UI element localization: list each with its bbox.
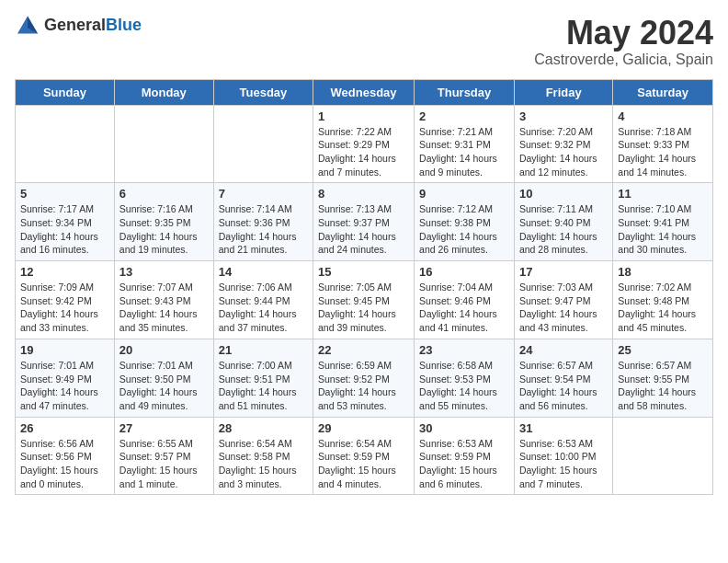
calendar-week-2: 5Sunrise: 7:17 AM Sunset: 9:34 PM Daylig…: [16, 183, 713, 261]
cell-date-number: 27: [119, 421, 209, 435]
calendar-cell: 16Sunrise: 7:04 AM Sunset: 9:46 PM Dayli…: [415, 261, 515, 339]
cell-date-number: 30: [419, 421, 509, 435]
calendar-cell: 13Sunrise: 7:07 AM Sunset: 9:43 PM Dayli…: [114, 261, 213, 339]
cell-info-text: Sunrise: 7:21 AM Sunset: 9:31 PM Dayligh…: [419, 125, 509, 179]
cell-info-text: Sunrise: 6:54 AM Sunset: 9:58 PM Dayligh…: [219, 437, 308, 491]
cell-date-number: 3: [519, 109, 608, 123]
calendar-cell: 17Sunrise: 7:03 AM Sunset: 9:47 PM Dayli…: [514, 261, 612, 339]
calendar-week-5: 26Sunrise: 6:56 AM Sunset: 9:56 PM Dayli…: [16, 417, 713, 495]
calendar-cell: 12Sunrise: 7:09 AM Sunset: 9:42 PM Dayli…: [16, 261, 115, 339]
cell-info-text: Sunrise: 6:58 AM Sunset: 9:53 PM Dayligh…: [419, 359, 509, 413]
cell-info-text: Sunrise: 6:57 AM Sunset: 9:55 PM Dayligh…: [618, 359, 708, 413]
logo: GeneralBlue: [15, 15, 142, 35]
cell-date-number: 15: [318, 265, 409, 279]
day-header-sunday: Sunday: [16, 79, 115, 105]
cell-info-text: Sunrise: 6:54 AM Sunset: 9:59 PM Dayligh…: [318, 437, 409, 491]
calendar-cell: 3Sunrise: 7:20 AM Sunset: 9:32 PM Daylig…: [514, 105, 612, 183]
cell-info-text: Sunrise: 7:06 AM Sunset: 9:44 PM Dayligh…: [219, 281, 308, 335]
cell-date-number: 18: [618, 265, 708, 279]
calendar-cell: 9Sunrise: 7:12 AM Sunset: 9:38 PM Daylig…: [415, 183, 515, 261]
cell-date-number: 5: [20, 187, 109, 201]
cell-info-text: Sunrise: 7:14 AM Sunset: 9:36 PM Dayligh…: [219, 202, 308, 257]
calendar-cell: 26Sunrise: 6:56 AM Sunset: 9:56 PM Dayli…: [16, 417, 115, 495]
cell-info-text: Sunrise: 7:01 AM Sunset: 9:49 PM Dayligh…: [20, 359, 109, 413]
cell-date-number: 9: [419, 187, 509, 201]
cell-info-text: Sunrise: 7:09 AM Sunset: 9:42 PM Dayligh…: [20, 281, 109, 335]
cell-info-text: Sunrise: 7:01 AM Sunset: 9:50 PM Dayligh…: [119, 359, 209, 413]
cell-info-text: Sunrise: 6:53 AM Sunset: 9:59 PM Dayligh…: [419, 437, 509, 491]
cell-date-number: 13: [119, 265, 209, 279]
cell-date-number: 4: [618, 109, 708, 123]
cell-date-number: 25: [618, 343, 708, 357]
cell-date-number: 21: [219, 343, 308, 357]
title-area: May 2024 Castroverde, Galicia, Spain: [534, 15, 713, 68]
cell-info-text: Sunrise: 7:20 AM Sunset: 9:32 PM Dayligh…: [519, 125, 608, 179]
cell-info-text: Sunrise: 7:22 AM Sunset: 9:29 PM Dayligh…: [318, 125, 409, 179]
calendar-cell: 7Sunrise: 7:14 AM Sunset: 9:36 PM Daylig…: [213, 183, 313, 261]
calendar-cell: 10Sunrise: 7:11 AM Sunset: 9:40 PM Dayli…: [514, 183, 612, 261]
calendar-cell: [114, 105, 213, 183]
cell-date-number: 23: [419, 343, 509, 357]
cell-date-number: 14: [219, 265, 308, 279]
day-header-saturday: Saturday: [613, 79, 713, 105]
calendar-cell: 21Sunrise: 7:00 AM Sunset: 9:51 PM Dayli…: [213, 339, 313, 417]
calendar-cell: 27Sunrise: 6:55 AM Sunset: 9:57 PM Dayli…: [114, 417, 213, 495]
calendar-cell: [213, 105, 313, 183]
cell-date-number: 8: [318, 187, 409, 201]
cell-info-text: Sunrise: 7:05 AM Sunset: 9:45 PM Dayligh…: [318, 281, 409, 335]
logo-icon: [15, 15, 40, 35]
calendar-cell: 15Sunrise: 7:05 AM Sunset: 9:45 PM Dayli…: [313, 261, 415, 339]
logo-blue-text: Blue: [106, 16, 142, 34]
calendar-week-3: 12Sunrise: 7:09 AM Sunset: 9:42 PM Dayli…: [16, 261, 713, 339]
calendar-cell: 22Sunrise: 6:59 AM Sunset: 9:52 PM Dayli…: [313, 339, 415, 417]
cell-date-number: 28: [219, 421, 308, 435]
day-header-wednesday: Wednesday: [313, 79, 415, 105]
calendar-week-4: 19Sunrise: 7:01 AM Sunset: 9:49 PM Dayli…: [16, 339, 713, 417]
page-header: GeneralBlue May 2024 Castroverde, Galici…: [15, 15, 713, 68]
cell-date-number: 20: [119, 343, 209, 357]
day-header-thursday: Thursday: [415, 79, 515, 105]
calendar-cell: 20Sunrise: 7:01 AM Sunset: 9:50 PM Dayli…: [114, 339, 213, 417]
calendar-cell: 29Sunrise: 6:54 AM Sunset: 9:59 PM Dayli…: [313, 417, 415, 495]
calendar-cell: 23Sunrise: 6:58 AM Sunset: 9:53 PM Dayli…: [415, 339, 515, 417]
cell-info-text: Sunrise: 7:00 AM Sunset: 9:51 PM Dayligh…: [219, 359, 308, 413]
cell-date-number: 29: [318, 421, 409, 435]
cell-date-number: 19: [20, 343, 109, 357]
cell-info-text: Sunrise: 7:03 AM Sunset: 9:47 PM Dayligh…: [519, 281, 608, 335]
cell-info-text: Sunrise: 7:10 AM Sunset: 9:41 PM Dayligh…: [618, 202, 708, 257]
calendar-cell: 30Sunrise: 6:53 AM Sunset: 9:59 PM Dayli…: [415, 417, 515, 495]
cell-date-number: 2: [419, 109, 509, 123]
calendar-cell: 4Sunrise: 7:18 AM Sunset: 9:33 PM Daylig…: [613, 105, 713, 183]
calendar-header-row: SundayMondayTuesdayWednesdayThursdayFrid…: [16, 79, 713, 105]
cell-date-number: 11: [618, 187, 708, 201]
calendar-cell: 19Sunrise: 7:01 AM Sunset: 9:49 PM Dayli…: [16, 339, 115, 417]
calendar-cell: 28Sunrise: 6:54 AM Sunset: 9:58 PM Dayli…: [213, 417, 313, 495]
cell-date-number: 17: [519, 265, 608, 279]
cell-info-text: Sunrise: 6:53 AM Sunset: 10:00 PM Daylig…: [519, 437, 608, 491]
cell-date-number: 1: [318, 109, 409, 123]
cell-date-number: 6: [119, 187, 209, 201]
cell-date-number: 7: [219, 187, 308, 201]
cell-date-number: 31: [519, 421, 608, 435]
location-title: Castroverde, Galicia, Spain: [534, 52, 713, 68]
calendar-cell: 5Sunrise: 7:17 AM Sunset: 9:34 PM Daylig…: [16, 183, 115, 261]
cell-info-text: Sunrise: 7:11 AM Sunset: 9:40 PM Dayligh…: [519, 202, 608, 257]
cell-date-number: 12: [20, 265, 109, 279]
cell-info-text: Sunrise: 6:57 AM Sunset: 9:54 PM Dayligh…: [519, 359, 608, 413]
cell-date-number: 10: [519, 187, 608, 201]
cell-info-text: Sunrise: 7:02 AM Sunset: 9:48 PM Dayligh…: [618, 281, 708, 335]
cell-info-text: Sunrise: 7:16 AM Sunset: 9:35 PM Dayligh…: [119, 202, 209, 257]
logo-general-text: General: [44, 16, 106, 34]
month-title: May 2024: [534, 15, 713, 52]
calendar-cell: [16, 105, 115, 183]
calendar-cell: 24Sunrise: 6:57 AM Sunset: 9:54 PM Dayli…: [514, 339, 612, 417]
calendar-cell: 2Sunrise: 7:21 AM Sunset: 9:31 PM Daylig…: [415, 105, 515, 183]
cell-info-text: Sunrise: 6:59 AM Sunset: 9:52 PM Dayligh…: [318, 359, 409, 413]
calendar-cell: 18Sunrise: 7:02 AM Sunset: 9:48 PM Dayli…: [613, 261, 713, 339]
calendar-cell: 1Sunrise: 7:22 AM Sunset: 9:29 PM Daylig…: [313, 105, 415, 183]
calendar-cell: 11Sunrise: 7:10 AM Sunset: 9:41 PM Dayli…: [613, 183, 713, 261]
calendar-table: SundayMondayTuesdayWednesdayThursdayFrid…: [15, 79, 713, 496]
cell-date-number: 24: [519, 343, 608, 357]
day-header-friday: Friday: [514, 79, 612, 105]
cell-info-text: Sunrise: 7:17 AM Sunset: 9:34 PM Dayligh…: [20, 202, 109, 257]
